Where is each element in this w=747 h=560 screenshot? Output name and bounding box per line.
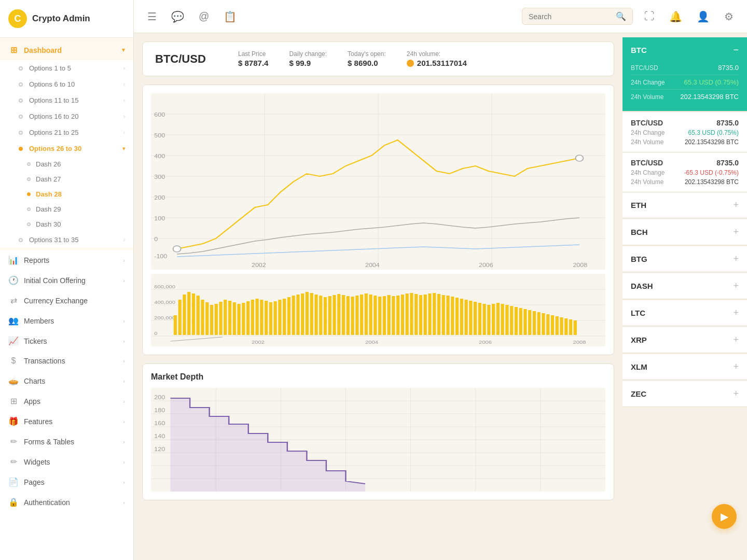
sidebar-item-label-forms: Forms & Tables bbox=[24, 438, 74, 446]
last-price-label: Last Price bbox=[238, 50, 268, 58]
dot2-active-icon bbox=[27, 192, 31, 196]
crypto-card-dash[interactable]: DASH + bbox=[622, 273, 747, 299]
submenu-options-1-5[interactable]: Options 1 to 5 › bbox=[0, 60, 133, 76]
crypto-card-ltc[interactable]: LTC + bbox=[622, 300, 747, 326]
sub-item-dash28[interactable]: Dash 28 bbox=[0, 187, 133, 202]
bell-icon[interactable]: 🔔 bbox=[666, 7, 685, 26]
svg-rect-68 bbox=[310, 293, 313, 335]
svg-rect-72 bbox=[328, 296, 331, 335]
svg-rect-126 bbox=[574, 320, 577, 335]
ticker-last-price: Last Price $ 8787.4 bbox=[238, 50, 268, 67]
chat-icon[interactable]: 💬 bbox=[168, 7, 187, 26]
svg-rect-121 bbox=[551, 315, 554, 335]
menu-icon[interactable]: ☰ bbox=[144, 7, 160, 26]
transactions-icon: $ bbox=[8, 356, 19, 366]
collapse-icon[interactable]: − bbox=[733, 45, 739, 55]
xlm-header: XLM + bbox=[631, 361, 739, 372]
svg-rect-110 bbox=[501, 304, 504, 335]
sidebar-item-forms[interactable]: ✏ Forms & Tables › bbox=[0, 431, 133, 452]
submenu-options-16-20[interactable]: Options 16 to 20 › bbox=[0, 108, 133, 124]
sidebar-item-label-ico: Initial Coin Offering bbox=[24, 276, 86, 285]
sidebar-item-exchange[interactable]: ⇄ Currency Exchange bbox=[0, 290, 133, 311]
sidebar-item-label-auth: Authentication bbox=[24, 498, 70, 507]
submenu-options-26-30[interactable]: Options 26 to 30 ▾ bbox=[0, 141, 133, 157]
sub-item-dash29[interactable]: Dash 29 bbox=[0, 202, 133, 217]
widgets-icon: ✏ bbox=[8, 457, 19, 467]
apps-icon: ⊞ bbox=[8, 396, 19, 406]
gear-icon[interactable]: ⚙ bbox=[721, 7, 737, 26]
xrp-header: XRP + bbox=[631, 334, 739, 345]
expand-icon[interactable]: + bbox=[733, 227, 739, 237]
chevron-down-icon: ▾ bbox=[122, 47, 125, 53]
bch-header: BCH + bbox=[631, 227, 739, 237]
submenu-options-6-10[interactable]: Options 6 to 10 › bbox=[0, 76, 133, 92]
expand-icon[interactable]: + bbox=[733, 361, 739, 372]
expand-icon[interactable]: + bbox=[733, 307, 739, 318]
float-action-button[interactable]: ▶ bbox=[712, 504, 737, 529]
expand-icon[interactable]: + bbox=[733, 334, 739, 345]
expand-icon[interactable]: + bbox=[733, 281, 739, 291]
sidebar-logo: C Crypto Admin bbox=[0, 0, 133, 38]
expand-icon[interactable]: + bbox=[733, 254, 739, 264]
dot-icon bbox=[19, 238, 23, 242]
dot-icon bbox=[19, 99, 23, 103]
sidebar-item-ico[interactable]: 🕐 Initial Coin Offering › bbox=[0, 270, 133, 290]
svg-rect-42 bbox=[192, 293, 195, 335]
svg-rect-112 bbox=[510, 306, 513, 335]
tickers-icon: 📈 bbox=[8, 336, 19, 346]
sidebar-item-features[interactable]: 🎁 Features › bbox=[0, 411, 133, 431]
sidebar-item-transactions[interactable]: $ Transactions › bbox=[0, 351, 133, 371]
forms-icon: ✏ bbox=[8, 437, 19, 446]
crypto-card-bch[interactable]: BCH + bbox=[622, 219, 747, 245]
submenu-options-21-25[interactable]: Options 21 to 25 › bbox=[0, 124, 133, 141]
sub-item-dash27[interactable]: Dash 27 bbox=[0, 172, 133, 187]
btc-sub-card-2: BTC/USD 8735.0 24h Change -65.3 USD (-0.… bbox=[622, 152, 747, 192]
at-icon[interactable]: @ bbox=[196, 7, 212, 25]
sidebar-item-charts[interactable]: 🥧 Charts › bbox=[0, 371, 133, 391]
svg-text:0: 0 bbox=[154, 236, 158, 242]
svg-rect-103 bbox=[469, 301, 472, 335]
svg-text:2002: 2002 bbox=[252, 262, 266, 268]
header: ☰ 💬 @ 📋 🔍 ⛶ 🔔 👤 ⚙ bbox=[134, 0, 747, 33]
svg-rect-69 bbox=[314, 295, 317, 335]
btg-name: BTG bbox=[631, 255, 647, 263]
svg-text:400: 400 bbox=[154, 153, 165, 159]
crypto-card-zec[interactable]: ZEC + bbox=[622, 381, 747, 407]
svg-text:200,000: 200,000 bbox=[154, 315, 175, 320]
crypto-card-xrp[interactable]: XRP + bbox=[622, 327, 747, 353]
svg-rect-113 bbox=[515, 307, 518, 335]
sidebar-item-reports[interactable]: 📊 Reports › bbox=[0, 250, 133, 270]
btc-header: BTC − bbox=[631, 45, 739, 55]
svg-text:-100: -100 bbox=[154, 254, 167, 259]
sidebar: C Crypto Admin ⊞ Dashboard ▾ Options 1 t… bbox=[0, 0, 134, 560]
expand-icon[interactable]: + bbox=[733, 388, 739, 399]
sub-item-dash26[interactable]: Dash 26 bbox=[0, 157, 133, 172]
sidebar-item-pages[interactable]: 📄 Pages › bbox=[0, 472, 133, 492]
sidebar-item-auth[interactable]: 🔒 Authentication › bbox=[0, 492, 133, 512]
crypto-card-eth[interactable]: ETH + bbox=[622, 192, 747, 218]
crypto-card-btc[interactable]: BTC − BTC/USD 8735.0 24h Change 65.3 USD… bbox=[622, 37, 747, 111]
btc-sub-change-1: 24h Change 65.3 USD (0.75%) bbox=[631, 129, 739, 136]
svg-rect-63 bbox=[287, 297, 290, 335]
sidebar-item-tickers[interactable]: 📈 Tickers › bbox=[0, 331, 133, 351]
sidebar-item-apps[interactable]: ⊞ Apps › bbox=[0, 391, 133, 411]
dash-header: DASH + bbox=[631, 281, 739, 291]
clipboard-icon[interactable]: 📋 bbox=[220, 7, 240, 26]
sidebar-item-dashboard[interactable]: ⊞ Dashboard ▾ bbox=[0, 40, 133, 60]
svg-rect-48 bbox=[219, 302, 222, 335]
crypto-card-xlm[interactable]: XLM + bbox=[622, 354, 747, 380]
fullscreen-icon[interactable]: ⛶ bbox=[641, 7, 658, 25]
sidebar-item-members[interactable]: 👥 Members › bbox=[0, 311, 133, 331]
crypto-card-btg[interactable]: BTG + bbox=[622, 246, 747, 272]
search-input[interactable] bbox=[529, 12, 612, 21]
svg-text:2006: 2006 bbox=[479, 262, 493, 268]
exchange-icon: ⇄ bbox=[8, 296, 19, 305]
sub-item-dash30[interactable]: Dash 30 bbox=[0, 217, 133, 232]
submenu-options-31-35[interactable]: Options 31 to 35 › bbox=[0, 232, 133, 248]
svg-rect-93 bbox=[424, 295, 427, 335]
sidebar-item-label-dashboard: Dashboard bbox=[24, 46, 62, 54]
submenu-options-11-15[interactable]: Options 11 to 15 › bbox=[0, 92, 133, 108]
sidebar-item-widgets[interactable]: ✏ Widgets › bbox=[0, 452, 133, 472]
expand-icon[interactable]: + bbox=[733, 200, 739, 211]
user-icon[interactable]: 👤 bbox=[694, 7, 713, 26]
